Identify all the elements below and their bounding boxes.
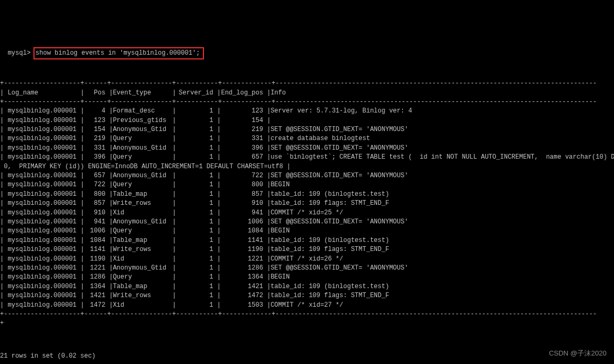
column-separator: | — [105, 209, 113, 218]
header-end-log-pos: End_log_pos — [220, 89, 263, 98]
column-separator: | — [213, 245, 220, 254]
column-separator: | — [76, 273, 84, 282]
column-separator: | — [105, 255, 113, 264]
column-separator: | — [105, 218, 113, 227]
cell-log-name: mysqlbinlog.000001 — [7, 273, 76, 282]
column-separator: | — [168, 134, 176, 143]
column-separator: | — [76, 171, 84, 180]
row-start-pipe: | — [0, 301, 7, 309]
column-separator: | — [263, 125, 270, 134]
cell-info: table_id: 109 (binlogtest.test) — [270, 190, 389, 199]
table-row: | mysqlbinlog.000001 | 1364 | Table_map … — [0, 282, 614, 291]
cell-info: SET @@SESSION.GTID_NEXT= 'ANONYMOUS' — [270, 264, 408, 273]
column-separator: | — [213, 107, 220, 116]
cell-pos: 857 — [84, 199, 105, 208]
column-separator: | — [168, 125, 176, 134]
row-start-pipe: | — [0, 255, 7, 263]
header-info: Info — [270, 89, 286, 98]
column-separator: | — [76, 107, 84, 116]
cell-info: BEGIN — [270, 180, 289, 189]
cell-event-type: Write_rows — [113, 199, 168, 208]
column-separator: | — [76, 245, 84, 254]
cell-end-log-pos: 1286 — [220, 264, 263, 273]
column-separator: | — [105, 107, 113, 116]
cell-event-type: Xid — [113, 301, 168, 310]
column-separator: | — [168, 144, 176, 153]
column-separator: | — [213, 291, 220, 300]
cell-end-log-pos: 219 — [220, 125, 263, 134]
table-row: | mysqlbinlog.000001 | 800 | Table_map |… — [0, 190, 614, 199]
column-separator: | — [76, 209, 84, 218]
column-separator: | — [76, 227, 84, 236]
column-separator: | — [105, 264, 113, 273]
cell-log-name: mysqlbinlog.000001 — [7, 301, 76, 310]
cell-end-log-pos: 1503 — [220, 301, 263, 310]
cell-event-type: Anonymous_Gtid — [113, 144, 168, 153]
cell-pos: 1421 — [84, 291, 105, 300]
cell-log-name: mysqlbinlog.000001 — [7, 255, 76, 264]
cell-server-id: 1 — [176, 144, 213, 153]
cell-event-type: Table_map — [113, 190, 168, 199]
cell-pos: 396 — [84, 153, 105, 162]
column-separator: | — [213, 190, 220, 199]
cell-server-id: 1 — [176, 134, 213, 143]
column-separator: | — [213, 125, 220, 134]
row-start-pipe: | — [0, 292, 7, 299]
column-separator: | — [105, 134, 113, 143]
row-start-pipe: | — [0, 200, 7, 207]
column-separator: | — [105, 282, 113, 291]
table-row: | mysqlbinlog.000001 | 1141 | Write_rows… — [0, 245, 614, 254]
result-footer: 21 rows in set (0.02 sec) — [0, 352, 614, 361]
cell-info: COMMIT /* xid=26 */ — [270, 255, 343, 264]
column-separator: | — [168, 171, 176, 180]
mysql-prompt: mysql> — [7, 49, 30, 57]
table-row: | mysqlbinlog.000001 | 1084 | Table_map … — [0, 236, 614, 245]
cell-pos: 910 — [84, 209, 105, 218]
cell-end-log-pos: 857 — [220, 190, 263, 199]
cell-info: table_id: 109 flags: STMT_END_F — [270, 199, 389, 208]
cell-pos: 219 — [84, 134, 105, 143]
cell-server-id: 1 — [176, 116, 213, 125]
cell-server-id: 1 — [176, 171, 213, 180]
table-row: | mysqlbinlog.000001 | 331 | Anonymous_G… — [0, 144, 614, 153]
row-start-pipe: | — [0, 237, 7, 244]
column-separator: | — [76, 190, 84, 199]
header-log-name: Log_name — [7, 89, 76, 98]
cell-info: COMMIT /* xid=27 */ — [270, 301, 343, 310]
column-separator: | — [263, 236, 270, 245]
column-separator: | — [105, 227, 113, 236]
column-separator: | — [213, 273, 220, 282]
column-separator: | — [263, 199, 270, 208]
cell-end-log-pos: 1006 — [220, 218, 263, 227]
cell-pos: 1084 — [84, 236, 105, 245]
cell-server-id: 1 — [176, 273, 213, 282]
column-separator: | — [105, 180, 113, 189]
cell-end-log-pos: 1190 — [220, 245, 263, 254]
cell-end-log-pos: 396 — [220, 144, 263, 153]
column-separator: | — [105, 301, 113, 310]
cell-end-log-pos: 154 — [220, 116, 263, 125]
column-separator: | — [263, 273, 270, 282]
table-row: | mysqlbinlog.000001 | 910 | Xid | 1 | 9… — [0, 209, 614, 218]
cell-end-log-pos: 1472 — [220, 291, 263, 300]
header-row: | Log_name | Pos | Event_type | Server_i… — [0, 89, 614, 98]
column-separator: | — [168, 116, 176, 125]
cell-info: Server ver: 5.7.31-log, Binlog ver: 4 — [270, 107, 412, 116]
cell-end-log-pos: 910 — [220, 199, 263, 208]
cell-event-type: Xid — [113, 209, 168, 218]
cell-event-type: Query — [113, 227, 168, 236]
column-separator: | — [168, 301, 176, 310]
cell-log-name: mysqlbinlog.000001 — [7, 116, 76, 125]
header-server-id: Server_id — [176, 89, 213, 98]
cell-info: table_id: 109 (binlogtest.test) — [270, 282, 389, 291]
table-row: | mysqlbinlog.000001 | 1286 | Query | 1 … — [0, 273, 614, 282]
row-start-pipe: | — [0, 209, 7, 216]
cell-server-id: 1 — [176, 282, 213, 291]
column-separator: | — [213, 255, 220, 264]
column-separator: | — [168, 89, 176, 98]
table-row: | mysqlbinlog.000001 | 857 | Write_rows … — [0, 199, 614, 208]
cell-info: create database binlogtest — [270, 134, 370, 143]
column-separator: | — [213, 264, 220, 273]
cell-server-id: 1 — [176, 107, 213, 116]
column-separator: | — [263, 227, 270, 236]
